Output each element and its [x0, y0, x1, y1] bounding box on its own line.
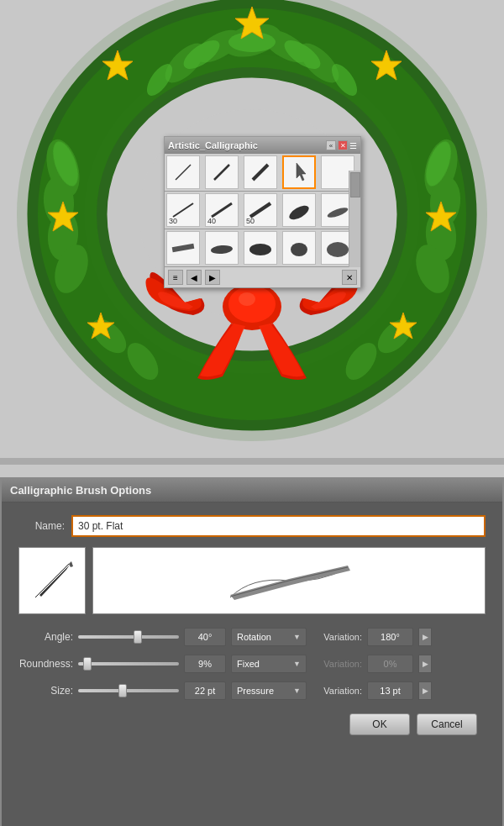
angle-mode-dropdown[interactable]: Rotation ▼: [231, 628, 307, 646]
brush-cell-12[interactable]: [205, 231, 239, 265]
dialog-titlebar: Calligraphic Brush Options: [2, 479, 502, 502]
dialog-title: Calligraphic Brush Options: [10, 484, 151, 497]
preview-small: [18, 547, 86, 614]
svg-line-44: [212, 203, 232, 217]
brush-cell-7[interactable]: 40: [205, 193, 239, 227]
svg-line-41: [253, 165, 268, 180]
brush-panel: Artistic_Calligraphic « ✕ ☰: [164, 136, 361, 288]
ok-button[interactable]: OK: [349, 713, 410, 735]
brush-cell-11[interactable]: [166, 231, 200, 265]
angle-variation-label: Variation:: [312, 632, 362, 642]
preview-large: [92, 547, 486, 614]
roundness-variation-btn[interactable]: ▶: [418, 655, 432, 673]
svg-marker-42: [297, 163, 306, 181]
brush-cell-13[interactable]: [244, 231, 277, 265]
roundness-slider-track[interactable]: [78, 662, 179, 666]
svg-point-49: [211, 245, 234, 255]
svg-point-38: [239, 292, 255, 306]
footer-prev-btn[interactable]: ◀: [186, 270, 202, 285]
roundness-slider-thumb[interactable]: [83, 657, 92, 671]
dialog-footer: OK Cancel: [18, 713, 486, 735]
dialog-body: Name:: [2, 502, 502, 748]
brush-scrollbar[interactable]: [349, 171, 360, 267]
panel-controls: « ✕ ☰: [326, 140, 357, 150]
size-slider-track[interactable]: [78, 689, 179, 692]
roundness-mode-dropdown[interactable]: Fixed ▼: [231, 655, 307, 673]
panel-minimize-button[interactable]: «: [326, 140, 336, 150]
svg-point-50: [249, 244, 271, 255]
svg-line-53: [35, 564, 69, 597]
size-slider-row: Size: 22 pt Pressure ▼ Variation: 13 pt …: [18, 681, 486, 700]
svg-line-43: [173, 203, 193, 217]
brush-cell-4[interactable]: [282, 155, 316, 189]
size-slider-thumb[interactable]: [118, 684, 127, 697]
brush-cell-3[interactable]: [244, 155, 277, 189]
roundness-dropdown-arrow: ▼: [293, 660, 301, 668]
brush-cell-1[interactable]: [166, 155, 200, 189]
roundness-variation-label: Variation:: [312, 659, 362, 669]
roundness-slider-row: Roundness: 9% Fixed ▼ Variation: 0% ▶: [18, 655, 486, 673]
angle-variation-value: 180°: [367, 628, 413, 646]
panel-close-button[interactable]: ✕: [338, 140, 348, 150]
svg-point-47: [326, 206, 349, 219]
roundness-label: Roundness:: [18, 658, 73, 670]
brush-label-40: 40: [207, 217, 216, 225]
svg-marker-54: [69, 561, 73, 567]
brush-cell-2[interactable]: [205, 155, 239, 189]
angle-dropdown-arrow: ▼: [293, 633, 301, 641]
wreath-area: Artistic_Calligraphic « ✕ ☰: [0, 0, 504, 458]
svg-point-46: [287, 203, 312, 222]
footer-list-btn[interactable]: ≡: [168, 270, 183, 285]
size-variation-label: Variation:: [312, 686, 362, 696]
svg-point-51: [291, 243, 307, 256]
svg-rect-48: [172, 244, 195, 252]
name-label: Name:: [18, 520, 65, 532]
brush-cell-9[interactable]: [282, 193, 316, 227]
preview-row: [18, 547, 486, 614]
brush-label-50: 50: [246, 217, 255, 225]
svg-point-52: [327, 242, 349, 257]
brush-panel-footer: ≡ ◀ ▶ ✕: [165, 267, 360, 287]
angle-slider-thumb[interactable]: [134, 630, 142, 644]
separator: [0, 458, 504, 465]
size-variation-value: 13 pt: [367, 681, 413, 700]
brush-grid-row1: [165, 154, 360, 192]
brush-cell-8[interactable]: 50: [244, 193, 277, 227]
name-input[interactable]: [71, 515, 486, 537]
footer-next-btn[interactable]: ▶: [205, 270, 220, 285]
size-dropdown-arrow: ▼: [293, 687, 301, 695]
size-label: Size:: [18, 685, 73, 697]
scroll-thumb[interactable]: [350, 172, 360, 197]
brush-panel-title: Artistic_Calligraphic: [168, 140, 258, 150]
svg-line-45: [250, 203, 270, 217]
angle-value: 40°: [184, 628, 226, 646]
size-mode-dropdown[interactable]: Pressure ▼: [231, 681, 307, 700]
calligraphic-brush-options-dialog: Calligraphic Brush Options Name:: [0, 477, 504, 826]
angle-variation-btn[interactable]: ▶: [418, 628, 432, 646]
angle-slider-row: Angle: 40° Rotation ▼ Variation: 180° ▶: [18, 628, 486, 646]
svg-line-40: [214, 165, 229, 180]
roundness-variation-value: 0%: [367, 655, 413, 673]
brush-grid-row3: [165, 229, 360, 267]
panel-menu-icon[interactable]: ☰: [349, 141, 357, 150]
cancel-button[interactable]: Cancel: [417, 713, 477, 735]
roundness-value: 9%: [184, 655, 226, 673]
brush-grid-row2: 30 40 50: [165, 192, 360, 229]
brush-cell-6[interactable]: 30: [166, 193, 200, 227]
svg-point-21: [228, 32, 276, 52]
size-variation-btn[interactable]: ▶: [418, 681, 432, 700]
svg-line-39: [176, 165, 191, 180]
footer-delete-btn[interactable]: ✕: [342, 270, 357, 285]
brush-cell-14[interactable]: [282, 231, 316, 265]
size-value: 22 pt: [184, 681, 226, 700]
brush-label-30: 30: [169, 217, 177, 225]
brush-panel-titlebar: Artistic_Calligraphic « ✕ ☰: [165, 137, 360, 154]
angle-slider-track[interactable]: [78, 635, 179, 639]
name-field-row: Name:: [18, 515, 486, 537]
angle-label: Angle:: [18, 631, 73, 643]
